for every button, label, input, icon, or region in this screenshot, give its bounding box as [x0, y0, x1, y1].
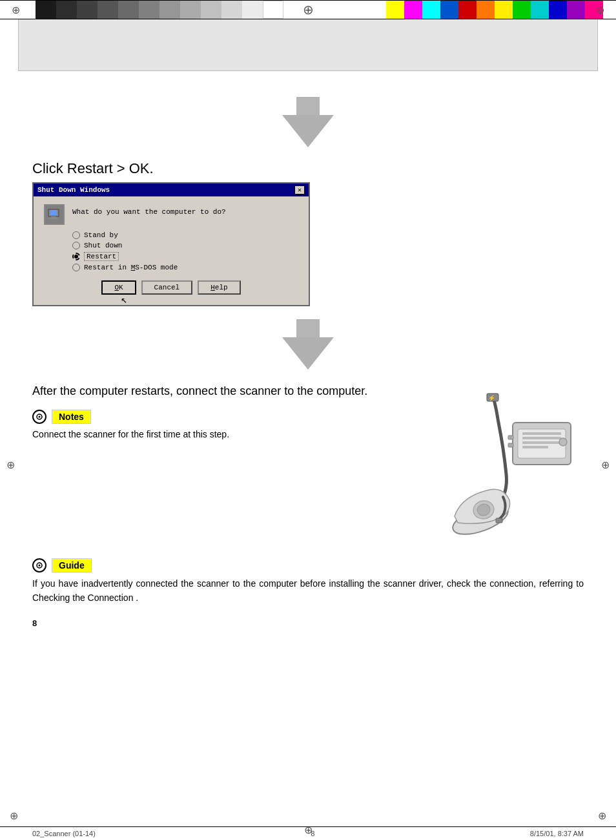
main-content: Click Restart > OK. Shut Down Windows ✕: [0, 71, 616, 641]
swatch: [118, 1, 139, 19]
swatch: [242, 1, 263, 19]
footer-right: 8/15/01, 8:37 AM: [530, 830, 584, 837]
page-number: 8: [32, 618, 584, 628]
option-shutdown-label: Shut down: [84, 242, 122, 249]
dialog-body: What do you want the computer to do? Sta…: [34, 196, 309, 305]
footer: 02_Scanner (01-14) 8 ⊕ 8/15/01, 8:37 AM: [0, 826, 616, 840]
svg-point-14: [559, 438, 567, 446]
guide-text: If you have inadvertently connected the …: [32, 576, 584, 605]
svg-rect-11: [522, 446, 548, 448]
svg-rect-2: [51, 216, 56, 218]
click-instruction: Click Restart > OK.: [32, 160, 584, 177]
swatch: [531, 1, 549, 19]
option-restart-label: Restart: [84, 252, 119, 261]
swatch: [422, 1, 440, 19]
swatch: [477, 1, 495, 19]
svg-rect-12: [508, 436, 513, 439]
swatch: [567, 1, 585, 19]
swatch: [386, 1, 404, 19]
swatch: [98, 1, 118, 19]
radio-restart[interactable]: [72, 253, 80, 260]
svg-rect-10: [522, 441, 561, 444]
option-standby-label: Stand by: [84, 231, 118, 239]
footer-left: 02_Scanner (01-14): [32, 830, 96, 837]
swatch: [513, 1, 531, 19]
header-gray-area: [18, 19, 598, 71]
cursor: ↖: [121, 293, 127, 306]
notes-circle-icon: [32, 410, 46, 424]
swatch: [458, 1, 477, 19]
corner-crosshair-top-left: ⊕: [12, 4, 20, 16]
color-bar-left: [36, 1, 283, 19]
dialog-buttons: OK ↖ Cancel Help: [44, 280, 298, 295]
svg-point-22: [39, 565, 41, 567]
trim-strip: ⊕ ⊕: [0, 0, 616, 19]
swatch: [263, 1, 283, 19]
option-msdos-label: Restart in MS-DOS mode: [84, 264, 178, 271]
guide-section: Guide If you have inadvertently connecte…: [32, 558, 584, 605]
dialog-question: What do you want the computer to do?: [44, 204, 298, 225]
guide-circle-icon: [32, 558, 46, 572]
swatch: [56, 1, 77, 19]
dialog-computer-icon: [44, 204, 65, 225]
page: ⊕ ⊕: [0, 0, 616, 840]
radio-standby[interactable]: [72, 231, 80, 239]
swatch: [159, 1, 180, 19]
svg-rect-13: [508, 443, 513, 447]
svg-rect-9: [522, 437, 561, 439]
svg-rect-8: [522, 432, 561, 435]
swatch: [36, 1, 56, 19]
cancel-button[interactable]: Cancel: [141, 280, 193, 295]
dialog-close-button[interactable]: ✕: [294, 185, 305, 194]
center-crosshair: ⊕: [303, 2, 314, 17]
swatch: [77, 1, 98, 19]
dialog-option-standby: Stand by: [72, 231, 298, 239]
dialog-screenshot: Shut Down Windows ✕ What do you want the…: [32, 182, 310, 306]
swatch: [180, 1, 201, 19]
color-bar-right: [386, 1, 603, 19]
swatch: [495, 1, 513, 19]
swatch: [201, 1, 221, 19]
dialog-question-text: What do you want the computer to do?: [72, 204, 226, 216]
ok-button[interactable]: OK: [101, 280, 136, 295]
radio-msdos[interactable]: [72, 264, 80, 271]
svg-point-20: [39, 416, 41, 418]
svg-rect-18: [496, 518, 502, 523]
bottom-left-crosshair: ⊕: [10, 810, 18, 822]
dialog-titlebar: Shut Down Windows ✕: [34, 184, 309, 196]
help-button[interactable]: Help: [198, 280, 240, 295]
down-arrow-1: [32, 97, 584, 147]
scanner-image: ⚡: [403, 390, 584, 558]
guide-badge: Guide: [52, 558, 92, 572]
dialog-option-shutdown: Shut down: [72, 242, 298, 249]
swatch: [139, 1, 159, 19]
notes-header: Notes: [32, 410, 390, 424]
scanner-svg: ⚡: [403, 390, 584, 558]
right-mid-crosshair: ⊕: [601, 459, 610, 471]
svg-rect-1: [50, 210, 57, 215]
dialog-options: Stand by Shut down Restart Restart in MS…: [72, 231, 298, 271]
swatch: [549, 1, 567, 19]
down-arrow-2: [32, 319, 584, 370]
svg-rect-3: [49, 218, 58, 219]
dialog-option-restart: Restart: [72, 252, 298, 261]
dialog-title: Shut Down Windows: [37, 186, 110, 194]
left-mid-crosshair: ⊕: [6, 459, 15, 471]
dialog-option-msdos: Restart in MS-DOS mode: [72, 264, 298, 271]
notes-badge: Notes: [52, 410, 91, 424]
guide-header: Guide: [32, 558, 584, 572]
corner-crosshair-top-right: ⊕: [596, 4, 604, 16]
bottom-right-crosshair: ⊕: [598, 810, 606, 822]
swatch: [440, 1, 458, 19]
swatch: [404, 1, 422, 19]
radio-shutdown[interactable]: [72, 242, 80, 249]
swatch: [221, 1, 242, 19]
bottom-center-crosshair: ⊕: [304, 824, 313, 836]
svg-text:⚡: ⚡: [488, 394, 496, 402]
